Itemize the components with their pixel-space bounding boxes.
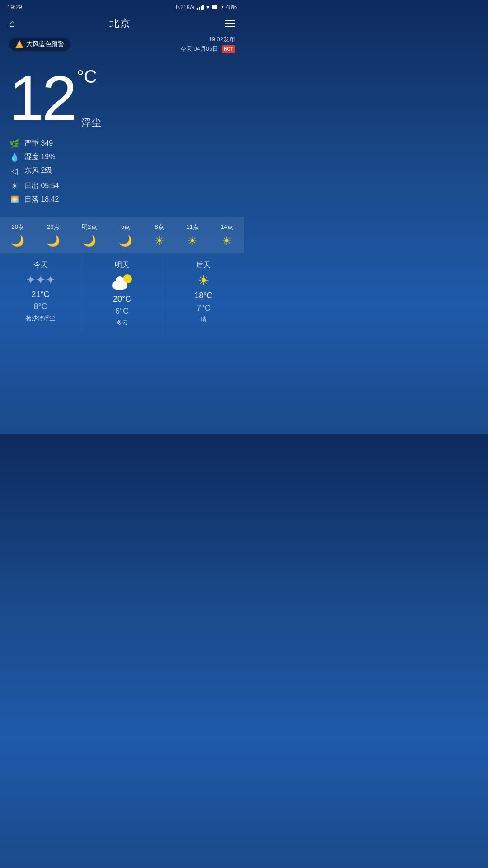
- day-desc-dayafter: 晴: [201, 316, 206, 324]
- network-speed: 0.21K/s: [176, 4, 194, 10]
- day-item-today: 今天 ✦✦✦ 21°C 8°C 扬沙转浮尘: [0, 253, 81, 334]
- day-item-tomorrow: 明天 20°C 6°C 多云: [81, 253, 163, 334]
- menu-icon[interactable]: [225, 20, 235, 27]
- app-header: ⌂ 北京: [0, 12, 244, 35]
- alert-bar: ! 大风蓝色预警 19:02发布 今天 04月05日 HOT: [0, 35, 244, 57]
- hour-label-3: 明2点: [82, 223, 97, 231]
- city-title: 北京: [109, 17, 131, 30]
- hour-label-6: 11点: [186, 223, 198, 231]
- hot-badge: HOT: [222, 45, 235, 53]
- moon-icon-1: 🌙: [11, 235, 24, 247]
- temperature-unit: °C: [77, 66, 97, 87]
- battery-indicator: [212, 5, 223, 9]
- moon-icon-4: 🌙: [119, 235, 132, 247]
- status-time: 19:29: [7, 4, 22, 10]
- day-low-tomorrow: 6°C: [115, 307, 129, 316]
- haze-icon: ✦✦✦: [26, 273, 56, 287]
- hour-item-1: 20点 🌙: [11, 223, 24, 247]
- temperature-display: 12 °C 浮尘: [0, 57, 244, 134]
- cloud-sun-icon: [112, 274, 132, 290]
- wifi-icon: ▾: [206, 4, 210, 10]
- aqi-row: 🌿 严重 349: [9, 139, 235, 149]
- hour-item-2: 23点 🌙: [47, 223, 60, 247]
- day-high-dayafter: 18°C: [194, 291, 212, 301]
- day-high-today: 21°C: [32, 290, 50, 299]
- wind-value: 东风 2级: [24, 166, 52, 175]
- hour-label-4: 5点: [121, 223, 130, 231]
- current-info: 🌿 严重 349 💧 湿度 19% ◁ 东风 2级 ☀ 日出 05:54 🌅 日…: [0, 134, 244, 217]
- hour-item-7: 14点 ☀: [221, 223, 233, 247]
- home-icon[interactable]: ⌂: [9, 18, 15, 29]
- hour-item-5: 8点 ☀: [155, 223, 164, 247]
- day-item-dayafter: 后天 ☀ 18°C 7°C 晴: [163, 253, 244, 334]
- temperature-value: 12: [9, 66, 75, 130]
- humidity-value: 湿度 19%: [24, 152, 55, 162]
- sunset-icon: 🌅: [9, 195, 20, 203]
- day-desc-tomorrow: 多云: [116, 319, 128, 327]
- weather-description: 浮尘: [81, 116, 235, 130]
- sunrise-row: ☀ 日出 05:54: [9, 181, 235, 191]
- day-high-tomorrow: 20°C: [113, 294, 131, 304]
- moon-icon-3: 🌙: [83, 235, 96, 247]
- day-low-dayafter: 7°C: [197, 303, 210, 313]
- signal-icon: [197, 5, 204, 10]
- alert-info: 19:02发布 今天 04月05日 HOT: [180, 35, 235, 54]
- sunset-row: 🌅 日落 18:42: [9, 195, 235, 204]
- moon-icon-2: 🌙: [47, 235, 60, 247]
- alert-text: 大风蓝色预警: [26, 40, 64, 48]
- hour-label-1: 20点: [12, 223, 24, 231]
- day-label-today: 今天: [33, 260, 48, 270]
- sunrise-icon: ☀: [9, 181, 20, 191]
- sun-icon-small-6: ☀: [188, 235, 197, 247]
- sun-icon-small-5: ☀: [155, 235, 164, 247]
- day-label-dayafter: 后天: [196, 260, 211, 270]
- sun-icon-small-7: ☀: [222, 235, 232, 247]
- aqi-value: 严重 349: [24, 139, 53, 148]
- hourly-forecast: 20点 🌙 23点 🌙 明2点 🌙 5点 🌙 8点 ☀ 11点 ☀ 14点 ☀: [0, 217, 244, 253]
- battery-percent: 48%: [226, 4, 237, 10]
- status-icons: 0.21K/s ▾ 48%: [176, 4, 237, 10]
- day-label-tomorrow: 明天: [115, 260, 129, 270]
- status-bar: 19:29 0.21K/s ▾ 48%: [0, 0, 244, 12]
- sunset-value: 日落 18:42: [24, 195, 59, 204]
- day-desc-today: 扬沙转浮尘: [26, 314, 55, 322]
- leaf-icon: 🌿: [9, 139, 20, 149]
- warning-triangle-icon: !: [15, 40, 23, 48]
- sunny-icon: ☀: [197, 273, 210, 288]
- daily-forecast: 今天 ✦✦✦ 21°C 8°C 扬沙转浮尘 明天 20°C 6°C 多云 后天 …: [0, 253, 244, 334]
- wind-row: ◁ 东风 2级: [9, 166, 235, 176]
- sun-section: ☀ 日出 05:54 🌅 日落 18:42: [9, 181, 235, 204]
- publish-time: 19:02发布: [180, 35, 235, 44]
- alert-date: 今天 04月05日 HOT: [180, 44, 235, 54]
- sunrise-value: 日出 05:54: [24, 181, 59, 191]
- hour-item-3: 明2点 🌙: [82, 223, 97, 247]
- hour-label-2: 23点: [47, 223, 59, 231]
- humidity-row: 💧 湿度 19%: [9, 152, 235, 162]
- humidity-icon: 💧: [9, 152, 20, 162]
- alert-badge[interactable]: ! 大风蓝色预警: [9, 38, 70, 51]
- hour-label-5: 8点: [155, 223, 164, 231]
- hour-label-7: 14点: [221, 223, 233, 231]
- hour-item-4: 5点 🌙: [119, 223, 132, 247]
- wind-icon: ◁: [9, 166, 20, 176]
- hour-item-6: 11点 ☀: [186, 223, 198, 247]
- day-low-today: 8°C: [34, 302, 47, 311]
